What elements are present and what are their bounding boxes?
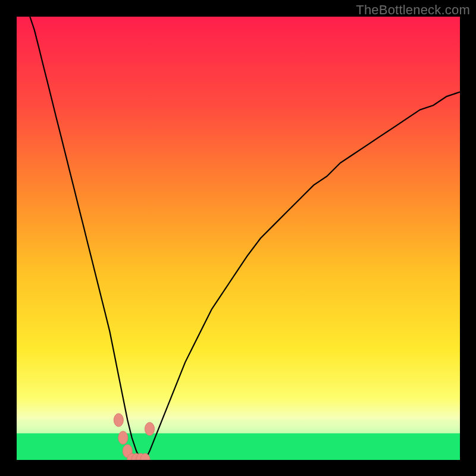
good-band-edge bbox=[17, 420, 460, 434]
good-band bbox=[17, 433, 460, 460]
heat-gradient-bg bbox=[17, 17, 460, 460]
data-marker bbox=[114, 414, 123, 427]
watermark-text: TheBottleneck.com bbox=[356, 2, 470, 18]
data-marker bbox=[118, 431, 128, 444]
chart-stage bbox=[17, 17, 460, 460]
data-marker bbox=[145, 422, 155, 436]
bottleneck-chart bbox=[17, 17, 460, 460]
